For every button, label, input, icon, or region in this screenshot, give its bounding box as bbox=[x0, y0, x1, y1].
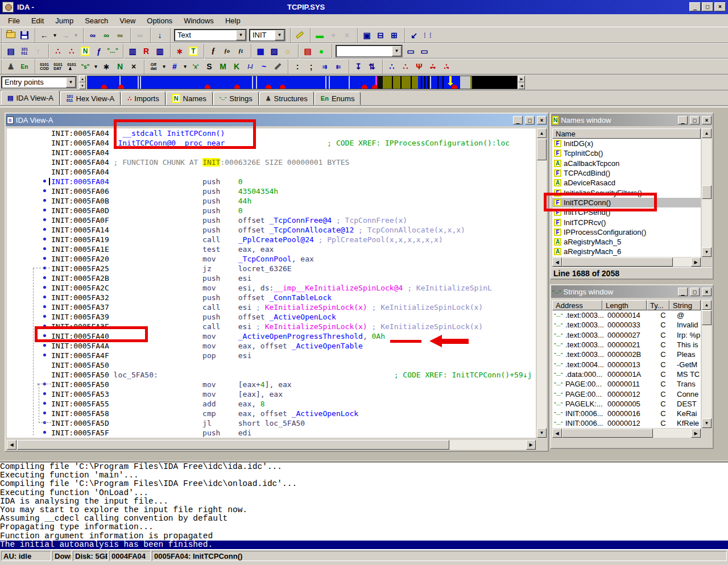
edit-pencil-button[interactable] bbox=[271, 60, 284, 73]
text-view-button[interactable]: ▤ bbox=[4, 45, 18, 57]
function-edit-button[interactable]: ƒ bbox=[206, 45, 220, 57]
names-row[interactable]: AaCallbackTcpcon bbox=[552, 159, 701, 168]
disasm-line[interactable]: INIT:0005FA5D jl short loc_5FA50 bbox=[7, 418, 536, 428]
strings-column-ty[interactable]: Ty... bbox=[647, 300, 669, 310]
hscroll-thumb[interactable] bbox=[17, 440, 449, 450]
strings-title-bar[interactable]: "…" Strings window _ □ × bbox=[551, 285, 713, 298]
callgraph-xrefs-from-button[interactable]: ∴̵ bbox=[440, 60, 453, 73]
search-immediate-button[interactable]: ∞ bbox=[113, 29, 127, 41]
menu-view[interactable]: View bbox=[114, 15, 141, 26]
strings-window-button[interactable]: "…" bbox=[106, 45, 119, 57]
undefine-button[interactable]: × bbox=[127, 60, 140, 73]
tab-names[interactable]: NNames bbox=[166, 92, 213, 105]
scroll-right-icon[interactable]: ▶ bbox=[691, 257, 701, 267]
char-button[interactable]: 'x' bbox=[189, 60, 202, 73]
names-vthumb[interactable] bbox=[702, 185, 712, 199]
complement-button[interactable]: ~ bbox=[257, 60, 271, 73]
number-button[interactable]: # bbox=[168, 60, 181, 73]
tab-ida-view-a[interactable]: ▤IDA View-A bbox=[1, 90, 60, 105]
window-next-button[interactable]: ▭ bbox=[404, 45, 417, 57]
search-binoculars-button[interactable]: ∞ bbox=[86, 29, 100, 41]
names-row[interactable]: FTcpInitCcb() bbox=[552, 148, 701, 158]
disasm-line[interactable]: INIT:0005FA5F push edi bbox=[7, 428, 536, 438]
strings-row[interactable]: "…".text:0004...00000013C-GetM bbox=[552, 359, 701, 369]
disasm-line[interactable]: INIT:0005FA14 push offset _TcpConnAlloca… bbox=[7, 225, 536, 235]
cascade-windows-button[interactable]: ▣ bbox=[360, 29, 374, 41]
offset-data-button[interactable]: Off dat bbox=[147, 60, 160, 73]
strings-row[interactable]: "…".data:000...0000001ACMS TC bbox=[552, 369, 701, 379]
names-row[interactable]: FTCPAcdBind() bbox=[552, 168, 701, 178]
tab-strings[interactable]: "..."Strings bbox=[213, 92, 259, 105]
chevron-down-icon[interactable]: ▼ bbox=[66, 77, 76, 88]
menu-jump[interactable]: Jump bbox=[49, 15, 79, 26]
band-right-button[interactable]: ▶ bbox=[518, 76, 525, 82]
structures-button[interactable]: ♟ bbox=[4, 60, 18, 73]
disasm-line[interactable]: INIT:0005FA58 cmp eax, offset _ActiveOpe… bbox=[7, 409, 536, 418]
names-vscrollbar[interactable]: ▲ ▼ bbox=[702, 128, 712, 257]
disasm-line[interactable]: INIT:0005FA39 push offset _ActiveOpenLoc… bbox=[7, 312, 536, 322]
unhide-item-button[interactable]: + bbox=[326, 29, 340, 41]
tab-structures[interactable]: ♟Structures bbox=[259, 92, 314, 105]
tab-enums[interactable]: EnEnums bbox=[315, 92, 361, 105]
maximize-button[interactable]: □ bbox=[702, 2, 713, 11]
band-scroll-down-button[interactable]: ▼ bbox=[79, 82, 86, 89]
disasm-vscrollbar[interactable]: ▲ ▼ bbox=[537, 128, 547, 438]
disasm-line[interactable]: INIT:0005FA04 bbox=[7, 167, 536, 177]
close-button[interactable]: × bbox=[714, 2, 726, 11]
scroll-up-icon[interactable]: ▲ bbox=[702, 128, 712, 138]
callgraph-flowchart-button[interactable]: ∴ bbox=[385, 60, 399, 73]
jump-xref-operand-button[interactable]: ↧ bbox=[351, 60, 365, 73]
output-line[interactable]: You may start to explore the input file … bbox=[0, 506, 728, 514]
disasm-line[interactable]: INIT:0005FA50 bbox=[7, 360, 536, 370]
names-row[interactable]: AaRegistryMach_6 bbox=[552, 247, 701, 256]
band-scroll-up-button[interactable]: ▲ bbox=[79, 76, 86, 82]
jump-address-button[interactable]: ↓ bbox=[153, 29, 167, 41]
strings-close-button[interactable]: × bbox=[702, 288, 712, 296]
window-close-button[interactable]: ▭ bbox=[417, 45, 431, 57]
stackvar-op-button[interactable]: K bbox=[230, 60, 243, 73]
number-dropdown[interactable]: ▾ bbox=[181, 60, 189, 73]
output-line[interactable]: Propagating type information... bbox=[0, 523, 728, 531]
menu-windows[interactable]: Windows bbox=[178, 15, 220, 26]
chevron-down-icon[interactable]: ▼ bbox=[392, 46, 402, 56]
strings-column-string[interactable]: String bbox=[669, 300, 701, 310]
disasm-line[interactable]: INIT:0005FA53 mov [eax], eax bbox=[7, 389, 536, 399]
imports-window-button[interactable]: ∴ bbox=[51, 45, 65, 57]
names-close-button[interactable]: × bbox=[702, 116, 712, 124]
jump-name-button[interactable]: ⇅ bbox=[365, 60, 379, 73]
output-line[interactable]: Compiling file 'C:\Program Files\IDA Fre… bbox=[0, 480, 728, 488]
disasm-line[interactable]: INIT:0005FA55 add eax, 8 bbox=[7, 399, 536, 409]
disasm-line[interactable]: INIT:0005FA04 _InitTCPConn@0 proc near ;… bbox=[7, 138, 536, 148]
segment-combo[interactable]: INIT▼ bbox=[249, 29, 286, 41]
chevron-down-icon[interactable]: ▼ bbox=[275, 30, 284, 40]
tile-vertical-button[interactable]: ⊞ bbox=[387, 29, 401, 41]
offset-dropdown[interactable]: ▾ bbox=[160, 60, 168, 73]
strings-row[interactable]: "…"PAGE:00...00000011CTrans bbox=[552, 379, 701, 389]
strings-hthumb[interactable] bbox=[562, 429, 653, 438]
disasm-line[interactable]: INIT:0005FA06 push 43504354h bbox=[7, 186, 536, 196]
menu-edit[interactable]: Edit bbox=[26, 15, 49, 26]
save-file-button[interactable] bbox=[18, 29, 31, 41]
functions-window-button[interactable]: ƒ bbox=[92, 45, 106, 57]
xrefs-from-button[interactable]: ⇇ bbox=[332, 60, 345, 73]
disassembly-listing[interactable]: INIT:0005FA04 ; __stdcall InitTCPConn()I… bbox=[7, 128, 536, 438]
names-hscrollbar[interactable]: ◀ ▶ bbox=[552, 257, 701, 267]
strings-row[interactable]: "…"PAGELK:...00000005CDEST bbox=[552, 399, 701, 409]
menu-search[interactable]: Search bbox=[79, 15, 114, 26]
output-line-highlighted[interactable]: The initial autoanalysis has been finish… bbox=[0, 541, 728, 549]
disasm-hscrollbar[interactable]: ◀ ▶ bbox=[7, 440, 536, 450]
output-line[interactable]: Function argument information is propaga… bbox=[0, 532, 728, 541]
function-type-button[interactable]: ƒt bbox=[234, 45, 247, 57]
names-row[interactable]: AaRegistryMach_5 bbox=[552, 237, 701, 247]
disasm-line[interactable]: INIT:0005FA2C mov esi, ds:__imp__KeIniti… bbox=[7, 283, 536, 293]
output-line[interactable]: Compiling file 'C:\Program Files\IDA Fre… bbox=[0, 463, 728, 471]
watch-combo[interactable]: ▼ bbox=[336, 45, 403, 57]
navigation-band[interactable] bbox=[87, 76, 518, 89]
entry-points-combo[interactable]: Entry points ▼ bbox=[1, 76, 77, 89]
comment-colon-button[interactable]: : bbox=[291, 60, 304, 73]
strings-maximize-button[interactable]: □ bbox=[690, 288, 700, 296]
make-code-button[interactable]: 0101 COD bbox=[38, 60, 51, 73]
output-line[interactable]: Assuming __cdecl calling convention by d… bbox=[0, 514, 728, 523]
strings-vscrollbar[interactable]: ▲ ▼ bbox=[702, 300, 712, 428]
disasm-line[interactable]: INIT:0005FA04 ; FUNCTION CHUNK AT INIT:0… bbox=[7, 157, 536, 167]
